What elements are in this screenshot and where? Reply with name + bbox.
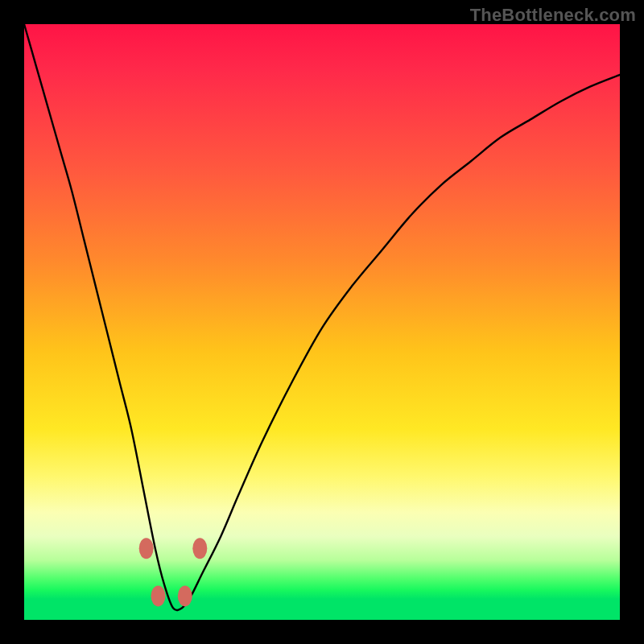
curve-layer	[24, 24, 620, 620]
bottleneck-curve	[24, 24, 620, 610]
trough-markers	[139, 538, 208, 606]
marker-right-lower	[178, 585, 192, 606]
chart-frame: TheBottleneck.com	[0, 0, 644, 644]
marker-left-upper	[139, 538, 154, 559]
marker-right-upper	[192, 538, 207, 559]
watermark-text: TheBottleneck.com	[470, 5, 636, 26]
marker-left-lower	[151, 585, 166, 606]
plot-area	[24, 24, 620, 620]
